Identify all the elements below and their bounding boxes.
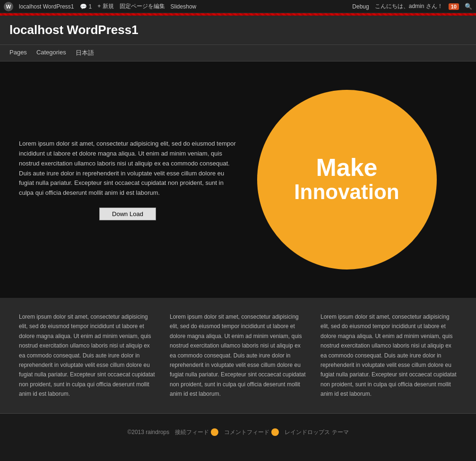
- hero-text-area: Lorem ipsum dolor sit amet, consectetur …: [19, 139, 236, 220]
- slideshow-link[interactable]: Slideshow: [171, 3, 197, 10]
- hero-circle-area: Make Innovation: [236, 90, 457, 270]
- main-navigation: Pages Categories 日本語: [0, 45, 476, 61]
- search-icon[interactable]: 🔍: [465, 3, 472, 10]
- admin-bar: W localhost WordPress1 💬 1 + 新規 固定ページを編集…: [0, 0, 476, 13]
- column-3-text: Lorem ipsum dolor sit amet, consectetur …: [320, 312, 457, 399]
- column-1: Lorem ipsum dolor sit amet, consectetur …: [19, 312, 156, 399]
- edit-page-link[interactable]: 固定ページを編集: [120, 2, 165, 10]
- theme-label: レインドロップス テーマ: [285, 428, 348, 436]
- comment-icon: 💬: [80, 3, 87, 10]
- feed2-icon: [271, 428, 279, 436]
- copyright-text: ©2013 raindrops: [127, 429, 169, 435]
- three-column-section: Lorem ipsum dolor sit amet, consectetur …: [0, 298, 476, 413]
- circle-make-text: Make: [316, 155, 377, 180]
- debug-link[interactable]: Debug: [352, 3, 369, 10]
- nav-japanese[interactable]: 日本語: [76, 49, 94, 57]
- site-header: localhost WordPress1: [0, 16, 476, 45]
- column-2-text: Lorem ipsum dolor sit amet, consectetur …: [170, 312, 306, 399]
- nav-pages[interactable]: Pages: [9, 49, 27, 57]
- download-button[interactable]: Down Load: [99, 208, 156, 220]
- wp-logo-icon[interactable]: W: [4, 2, 13, 11]
- feed1-icon: [211, 428, 218, 436]
- admin-bar-right: Debug こんにちは、admin さん！ 10 🔍: [352, 2, 472, 10]
- hero-section: Lorem ipsum dolor sit amet, consectetur …: [0, 61, 476, 298]
- nav-categories[interactable]: Categories: [36, 49, 66, 57]
- site-name-link[interactable]: localhost WordPress1: [19, 3, 74, 10]
- comment-badge[interactable]: 💬 1: [80, 3, 92, 10]
- new-item-link[interactable]: + 新規: [97, 2, 113, 10]
- user-greeting[interactable]: こんにちは、admin さん！: [375, 2, 443, 10]
- column-2: Lorem ipsum dolor sit amet, consectetur …: [170, 312, 306, 399]
- site-footer: ©2013 raindrops 接続フィード コメントフィード レインドロップス…: [0, 413, 476, 451]
- notification-badge: 10: [449, 3, 459, 10]
- feed1-link[interactable]: 接続フィード: [175, 428, 218, 436]
- column-1-text: Lorem ipsum dolor sit amet, consectetur …: [19, 312, 156, 399]
- column-3: Lorem ipsum dolor sit amet, consectetur …: [320, 312, 457, 399]
- hero-body-text: Lorem ipsum dolor sit amet, consectetur …: [19, 139, 236, 198]
- circle-innovation-text: Innovation: [294, 180, 399, 205]
- site-title: localhost WordPress1: [9, 23, 467, 37]
- feed2-link[interactable]: コメントフィード: [224, 428, 279, 436]
- innovation-circle: Make Innovation: [257, 90, 437, 270]
